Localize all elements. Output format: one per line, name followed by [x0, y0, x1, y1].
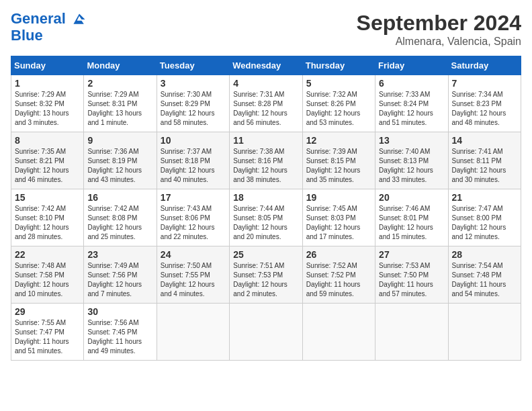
cell-info: Sunrise: 7:31 AMSunset: 8:28 PMDaylight:… [233, 90, 298, 128]
day-number: 24 [161, 249, 226, 260]
day-number: 25 [233, 249, 298, 260]
cell-info: Sunrise: 7:49 AMSunset: 7:56 PMDaylight:… [87, 261, 152, 299]
calendar-cell: 13Sunrise: 7:40 AMSunset: 8:13 PMDayligh… [375, 132, 448, 189]
cell-info: Sunrise: 7:33 AMSunset: 8:24 PMDaylight:… [379, 90, 444, 128]
calendar-cell: 2Sunrise: 7:29 AMSunset: 8:31 PMDaylight… [84, 75, 157, 132]
day-number: 19 [306, 192, 371, 203]
calendar-cell: 29Sunrise: 7:55 AMSunset: 7:47 PMDayligh… [11, 304, 84, 361]
calendar-cell: 14Sunrise: 7:41 AMSunset: 8:11 PMDayligh… [448, 132, 521, 189]
cell-info: Sunrise: 7:53 AMSunset: 7:50 PMDaylight:… [379, 261, 444, 299]
cell-info: Sunrise: 7:44 AMSunset: 8:05 PMDaylight:… [233, 204, 298, 242]
cell-info: Sunrise: 7:29 AMSunset: 8:31 PMDaylight:… [87, 90, 152, 128]
calendar-cell: 12Sunrise: 7:39 AMSunset: 8:15 PMDayligh… [302, 132, 375, 189]
cell-info: Sunrise: 7:41 AMSunset: 8:11 PMDaylight:… [452, 147, 517, 185]
day-number: 17 [161, 192, 226, 203]
cell-info: Sunrise: 7:38 AMSunset: 8:16 PMDaylight:… [233, 147, 298, 185]
calendar-cell: 20Sunrise: 7:46 AMSunset: 8:01 PMDayligh… [375, 189, 448, 246]
calendar-cell: 17Sunrise: 7:43 AMSunset: 8:06 PMDayligh… [157, 189, 229, 246]
day-number: 30 [87, 306, 152, 317]
calendar-cell: 27Sunrise: 7:53 AMSunset: 7:50 PMDayligh… [375, 246, 448, 304]
calendar-cell [230, 304, 302, 361]
day-number: 7 [452, 78, 517, 89]
calendar-cell: 5Sunrise: 7:32 AMSunset: 8:26 PMDaylight… [302, 75, 375, 132]
cell-info: Sunrise: 7:47 AMSunset: 8:00 PMDaylight:… [452, 204, 517, 242]
day-number: 26 [306, 249, 371, 260]
cell-info: Sunrise: 7:50 AMSunset: 7:55 PMDaylight:… [161, 261, 226, 299]
cell-info: Sunrise: 7:40 AMSunset: 8:13 PMDaylight:… [379, 147, 444, 185]
day-header: Wednesday [230, 56, 302, 75]
day-number: 13 [379, 135, 444, 146]
calendar-cell [157, 304, 229, 361]
calendar-cell: 11Sunrise: 7:38 AMSunset: 8:16 PMDayligh… [230, 132, 302, 189]
calendar-cell: 30Sunrise: 7:56 AMSunset: 7:45 PMDayligh… [84, 304, 157, 361]
calendar-cell: 25Sunrise: 7:51 AMSunset: 7:53 PMDayligh… [230, 246, 302, 304]
day-number: 4 [233, 78, 298, 89]
cell-info: Sunrise: 7:36 AMSunset: 8:19 PMDaylight:… [87, 147, 152, 185]
day-number: 3 [161, 78, 226, 89]
day-header: Tuesday [157, 56, 229, 75]
calendar-cell: 9Sunrise: 7:36 AMSunset: 8:19 PMDaylight… [84, 132, 157, 189]
cell-info: Sunrise: 7:42 AMSunset: 8:08 PMDaylight:… [87, 204, 152, 242]
cell-info: Sunrise: 7:29 AMSunset: 8:32 PMDaylight:… [15, 90, 80, 128]
calendar-cell: 3Sunrise: 7:30 AMSunset: 8:29 PMDaylight… [157, 75, 229, 132]
calendar-week-row: 8Sunrise: 7:35 AMSunset: 8:21 PMDaylight… [11, 132, 521, 189]
calendar-cell: 24Sunrise: 7:50 AMSunset: 7:55 PMDayligh… [157, 246, 229, 304]
calendar-cell: 19Sunrise: 7:45 AMSunset: 8:03 PMDayligh… [302, 189, 375, 246]
location: Almenara, Valencia, Spain [357, 36, 521, 48]
cell-info: Sunrise: 7:54 AMSunset: 7:48 PMDaylight:… [452, 261, 517, 299]
cell-info: Sunrise: 7:51 AMSunset: 7:53 PMDaylight:… [233, 261, 298, 299]
calendar-cell: 6Sunrise: 7:33 AMSunset: 8:24 PMDaylight… [375, 75, 448, 132]
calendar-cell [302, 304, 375, 361]
day-number: 18 [233, 192, 298, 203]
cell-info: Sunrise: 7:35 AMSunset: 8:21 PMDaylight:… [15, 147, 80, 185]
calendar-week-row: 15Sunrise: 7:42 AMSunset: 8:10 PMDayligh… [11, 189, 521, 246]
day-number: 5 [306, 78, 371, 89]
calendar-header-row: SundayMondayTuesdayWednesdayThursdayFrid… [11, 56, 521, 75]
calendar-cell: 15Sunrise: 7:42 AMSunset: 8:10 PMDayligh… [11, 189, 84, 246]
cell-info: Sunrise: 7:37 AMSunset: 8:18 PMDaylight:… [161, 147, 226, 185]
calendar-cell: 26Sunrise: 7:52 AMSunset: 7:52 PMDayligh… [302, 246, 375, 304]
day-number: 28 [452, 249, 517, 260]
day-number: 27 [379, 249, 444, 260]
calendar-cell: 8Sunrise: 7:35 AMSunset: 8:21 PMDaylight… [11, 132, 84, 189]
page-header: General Blue September 2024 Almenara, Va… [11, 11, 521, 48]
logo-text2: Blue [11, 28, 87, 44]
day-number: 23 [87, 249, 152, 260]
day-number: 21 [452, 192, 517, 203]
calendar-cell [375, 304, 448, 361]
day-number: 6 [379, 78, 444, 89]
day-number: 16 [87, 192, 152, 203]
calendar-cell [448, 304, 521, 361]
day-header: Thursday [302, 56, 375, 75]
calendar-week-row: 22Sunrise: 7:48 AMSunset: 7:58 PMDayligh… [11, 246, 521, 304]
cell-info: Sunrise: 7:48 AMSunset: 7:58 PMDaylight:… [15, 261, 80, 299]
calendar-week-row: 1Sunrise: 7:29 AMSunset: 8:32 PMDaylight… [11, 75, 521, 132]
calendar-cell: 23Sunrise: 7:49 AMSunset: 7:56 PMDayligh… [84, 246, 157, 304]
cell-info: Sunrise: 7:46 AMSunset: 8:01 PMDaylight:… [379, 204, 444, 242]
cell-info: Sunrise: 7:42 AMSunset: 8:10 PMDaylight:… [15, 204, 80, 242]
day-header: Sunday [11, 56, 84, 75]
calendar-cell: 22Sunrise: 7:48 AMSunset: 7:58 PMDayligh… [11, 246, 84, 304]
calendar-cell: 18Sunrise: 7:44 AMSunset: 8:05 PMDayligh… [230, 189, 302, 246]
cell-info: Sunrise: 7:43 AMSunset: 8:06 PMDaylight:… [161, 204, 226, 242]
cell-info: Sunrise: 7:30 AMSunset: 8:29 PMDaylight:… [161, 90, 226, 128]
cell-info: Sunrise: 7:39 AMSunset: 8:15 PMDaylight:… [306, 147, 371, 185]
calendar-cell: 21Sunrise: 7:47 AMSunset: 8:00 PMDayligh… [448, 189, 521, 246]
calendar-cell: 7Sunrise: 7:34 AMSunset: 8:23 PMDaylight… [448, 75, 521, 132]
title-block: September 2024 Almenara, Valencia, Spain [357, 11, 521, 48]
cell-info: Sunrise: 7:45 AMSunset: 8:03 PMDaylight:… [306, 204, 371, 242]
calendar-cell: 28Sunrise: 7:54 AMSunset: 7:48 PMDayligh… [448, 246, 521, 304]
calendar-week-row: 29Sunrise: 7:55 AMSunset: 7:47 PMDayligh… [11, 304, 521, 361]
day-number: 10 [161, 135, 226, 146]
calendar-cell: 4Sunrise: 7:31 AMSunset: 8:28 PMDaylight… [230, 75, 302, 132]
day-number: 15 [15, 192, 80, 203]
calendar-cell: 1Sunrise: 7:29 AMSunset: 8:32 PMDaylight… [11, 75, 84, 132]
day-number: 1 [15, 78, 80, 89]
day-number: 22 [15, 249, 80, 260]
day-header: Monday [84, 56, 157, 75]
day-number: 11 [233, 135, 298, 146]
cell-info: Sunrise: 7:34 AMSunset: 8:23 PMDaylight:… [452, 90, 517, 128]
day-header: Saturday [448, 56, 521, 75]
day-number: 12 [306, 135, 371, 146]
day-number: 14 [452, 135, 517, 146]
